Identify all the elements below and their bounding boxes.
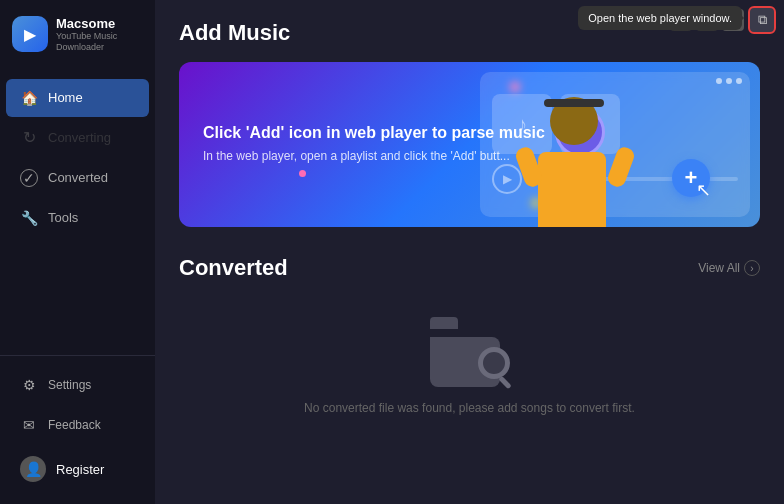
search-circle	[478, 347, 510, 379]
app-name: Macsome	[56, 16, 143, 31]
hero-subtitle: In the web player, open a playlist and c…	[203, 148, 736, 165]
app-subtitle: YouTube Music Downloader	[56, 31, 143, 53]
sidebar-item-register[interactable]: 👤 Register	[6, 446, 149, 492]
sidebar-item-feedback[interactable]: ✉ Feedback	[6, 406, 149, 444]
play-circle: ▶	[492, 164, 522, 194]
player-dot-3	[736, 78, 742, 84]
hero-text: Click 'Add' icon in web player to parse …	[203, 124, 736, 165]
player-mockup-header	[480, 72, 750, 90]
converted-section: Converted View All › No converted file w…	[179, 255, 760, 435]
app-logo: ▶ Macsome YouTube Music Downloader	[0, 0, 155, 69]
empty-icon	[430, 317, 510, 387]
player-dot-1	[716, 78, 722, 84]
register-label: Register	[56, 462, 104, 477]
title-bar: Open the web player window. — □ ✕ ⧉	[662, 0, 784, 40]
content-area: Add Music Click 'Add' icon in web player…	[155, 0, 784, 504]
char-headphones	[544, 99, 604, 107]
decor-dot-pink2	[299, 170, 306, 177]
cursor-icon: ↖	[696, 179, 711, 201]
view-all-label: View All	[698, 261, 740, 275]
sidebar-item-converted[interactable]: ✓ Converted	[6, 159, 149, 197]
sidebar-item-converted-label: Converted	[48, 170, 108, 185]
converted-icon: ✓	[20, 169, 38, 187]
avatar: 👤	[20, 456, 46, 482]
avatar-icon: 👤	[25, 461, 42, 477]
tooltip: Open the web player window.	[578, 6, 742, 30]
converted-title: Converted	[179, 255, 288, 281]
empty-text: No converted file was found, please add …	[304, 401, 635, 415]
empty-state: No converted file was found, please add …	[179, 297, 760, 435]
sidebar-item-tools[interactable]: 🔧 Tools	[6, 199, 149, 237]
web-player-icon: ⧉	[758, 12, 767, 28]
folder-tab	[430, 317, 458, 329]
sidebar-item-tools-label: Tools	[48, 210, 78, 225]
settings-icon: ⚙	[20, 376, 38, 394]
hero-banner: Click 'Add' icon in web player to parse …	[179, 62, 760, 227]
hero-title: Click 'Add' icon in web player to parse …	[203, 124, 736, 142]
sidebar-item-converting: ↻ Converting	[6, 119, 149, 157]
home-icon: 🏠	[20, 89, 38, 107]
feedback-icon: ✉	[20, 416, 38, 434]
sidebar-item-converting-label: Converting	[48, 130, 111, 145]
sidebar-item-settings-label: Settings	[48, 378, 91, 392]
add-music-section: Add Music Click 'Add' icon in web player…	[179, 20, 760, 227]
tools-icon: 🔧	[20, 209, 38, 227]
converted-header: Converted View All ›	[179, 255, 760, 281]
converting-icon: ↻	[20, 129, 38, 147]
logo-text: Macsome YouTube Music Downloader	[56, 16, 143, 53]
main-content: Open the web player window. — □ ✕ ⧉ Add …	[155, 0, 784, 504]
tooltip-text: Open the web player window.	[588, 12, 732, 24]
player-dot-2	[726, 78, 732, 84]
logo-icon: ▶	[12, 16, 48, 52]
sidebar-item-home-label: Home	[48, 90, 83, 105]
sidebar-bottom: ⚙ Settings ✉ Feedback 👤 Register	[0, 355, 155, 504]
sidebar-item-settings[interactable]: ⚙ Settings	[6, 366, 149, 404]
view-all-button[interactable]: View All ›	[698, 260, 760, 276]
sidebar-item-feedback-label: Feedback	[48, 418, 101, 432]
sidebar-item-home[interactable]: 🏠 Home	[6, 79, 149, 117]
view-all-icon: ›	[744, 260, 760, 276]
search-handle	[498, 376, 511, 389]
sidebar-nav: 🏠 Home ↻ Converting ✓ Converted 🔧 Tools	[0, 69, 155, 355]
web-player-button[interactable]: ⧉	[748, 6, 776, 34]
sidebar: ▶ Macsome YouTube Music Downloader 🏠 Hom…	[0, 0, 155, 504]
